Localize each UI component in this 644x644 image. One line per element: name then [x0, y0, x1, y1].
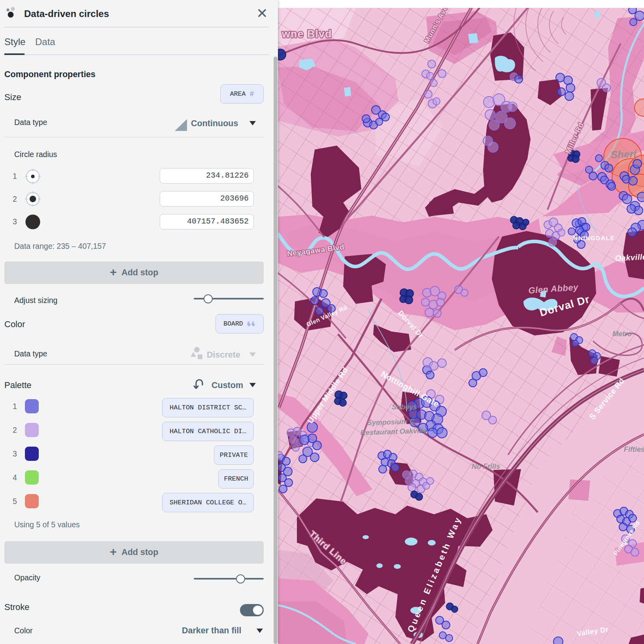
svg-text:wne Blvd: wne Blvd	[281, 28, 332, 40]
svg-text:Metro: Metro	[612, 330, 632, 338]
svg-text:Oakville G: Oakville G	[615, 252, 644, 263]
svg-text:Symposium C: Symposium C	[367, 417, 415, 427]
svg-text:No Frills: No Frills	[472, 462, 500, 470]
svg-text:NNINGDALE: NNINGDALE	[573, 235, 615, 241]
svg-text:Fifties: Fifties	[624, 445, 644, 453]
svg-text:Sobeys: Sobeys	[392, 403, 417, 411]
svg-text:Sheri: Sheri	[610, 148, 637, 161]
